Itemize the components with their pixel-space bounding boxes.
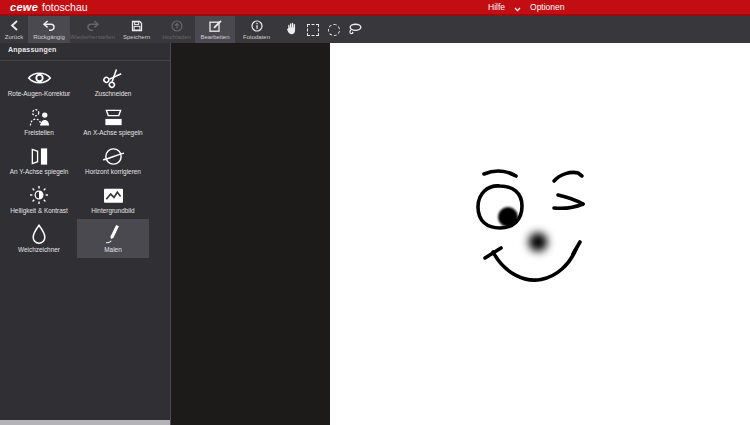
- tile-label: Zuschneiden: [95, 91, 132, 98]
- photodata-button[interactable]: Fotodaten: [235, 16, 278, 43]
- tile-label: Freistellen: [24, 130, 53, 137]
- eye-icon: [27, 67, 52, 89]
- left-eye-pupil: [498, 207, 518, 227]
- tile-label: An X-Achse spiegeln: [83, 130, 142, 137]
- tile-hintergrundbild[interactable]: Hintergrundbild: [77, 180, 149, 219]
- scissors-icon: [102, 67, 124, 89]
- tile-label: An Y-Achse spiegeln: [10, 169, 69, 176]
- wink-upper-stroke: [558, 195, 583, 204]
- title-menu: Hilfe Optionen: [488, 0, 565, 14]
- undo-arrow-icon: [42, 20, 56, 32]
- photodata-button-label: Fotodaten: [243, 34, 270, 40]
- dashed-rectangle-icon: [307, 24, 319, 36]
- paint-pen-icon: [103, 223, 123, 245]
- logo-fotoschau: fotoschau: [42, 1, 88, 13]
- tile-label: Weichzeichner: [18, 247, 60, 254]
- tile-horizont-korrigieren[interactable]: Horizont korrigieren: [77, 141, 149, 180]
- horizon-icon: [102, 145, 125, 167]
- winking-smiley-drawing: [460, 160, 600, 290]
- adjustments-panel: Anpassungen Rote-Augen-Korrektur Z: [0, 43, 170, 420]
- back-button-label: Zurück: [5, 34, 23, 40]
- save-button[interactable]: Speichern: [115, 16, 158, 43]
- floppy-disk-icon: [131, 20, 143, 32]
- tile-label: Malen: [104, 247, 121, 254]
- dashed-circle-icon: [328, 24, 340, 36]
- sidebar-horizontal-scrollbar[interactable]: [0, 420, 170, 425]
- main-toolbar: Zurück Rückgängig Wiederherstellen: [0, 16, 750, 44]
- tile-weichzeichner[interactable]: Weichzeichner: [3, 219, 75, 258]
- wink-lower-stroke: [554, 204, 583, 208]
- left-eyebrow: [484, 171, 516, 176]
- tile-zuschneiden[interactable]: Zuschneiden: [77, 63, 149, 102]
- redo-button[interactable]: Wiederherstellen: [70, 16, 115, 43]
- title-bar: cewe fotoschau Hilfe Optionen: [0, 0, 750, 16]
- rectangle-select-button[interactable]: [302, 16, 323, 43]
- flip-x-axis-icon: [102, 106, 125, 128]
- hand-icon: [286, 21, 297, 39]
- person-cutout-icon: [28, 106, 51, 128]
- save-button-label: Speichern: [123, 34, 150, 40]
- edit-button[interactable]: Bearbeiten: [195, 16, 235, 43]
- brightness-sun-icon: [28, 184, 50, 206]
- upload-button[interactable]: Hochladen: [158, 16, 195, 43]
- tile-label: Helligkeit & Kontrast: [10, 208, 68, 215]
- undo-button-label: Rückgängig: [33, 34, 65, 40]
- menu-options[interactable]: Optionen: [530, 2, 565, 12]
- tile-freistellen[interactable]: Freistellen: [3, 102, 75, 141]
- lasso-icon: [348, 21, 362, 39]
- redo-button-label: Wiederherstellen: [70, 34, 115, 40]
- tile-an-y-achse-spiegeln[interactable]: An Y-Achse spiegeln: [3, 141, 75, 180]
- hand-tool-button[interactable]: [281, 16, 302, 43]
- edit-button-label: Bearbeiten: [200, 34, 229, 40]
- redo-arrow-icon: [86, 20, 100, 32]
- logo-cewe: cewe: [10, 1, 38, 13]
- tile-label: Hintergrundbild: [91, 208, 134, 215]
- blurred-nose: [529, 233, 548, 252]
- app-logo: cewe fotoschau: [10, 1, 88, 13]
- right-eyebrow: [554, 172, 582, 181]
- upload-button-label: Hochladen: [162, 34, 191, 40]
- background-image-icon: [102, 184, 125, 206]
- undo-button[interactable]: Rückgängig: [28, 16, 70, 43]
- photo-canvas[interactable]: [330, 43, 750, 425]
- tile-rote-augen-korrektur[interactable]: Rote-Augen-Korrektur: [3, 63, 75, 102]
- smile-left-tick: [485, 248, 501, 258]
- water-drop-icon: [29, 223, 49, 245]
- edit-square-icon: [209, 20, 222, 32]
- panel-title: Anpassungen: [0, 43, 170, 61]
- chevron-left-icon: [10, 20, 19, 32]
- flip-y-axis-icon: [29, 145, 50, 167]
- menu-help[interactable]: Hilfe: [488, 2, 505, 12]
- tool-grid: Rote-Augen-Korrektur Zuschneiden: [3, 63, 170, 258]
- smile-mouth: [493, 249, 576, 280]
- back-button[interactable]: Zurück: [0, 16, 28, 43]
- tile-an-x-achse-spiegeln[interactable]: An X-Achse spiegeln: [77, 102, 149, 141]
- chevron-down-icon[interactable]: [514, 4, 521, 14]
- tile-malen[interactable]: Malen: [77, 219, 149, 258]
- upload-circle-icon: [171, 20, 183, 32]
- tile-label: Horizont korrigieren: [85, 169, 141, 176]
- tile-helligkeit-kontrast[interactable]: Helligkeit & Kontrast: [3, 180, 75, 219]
- lasso-select-button[interactable]: [344, 16, 365, 43]
- ellipse-select-button[interactable]: [323, 16, 344, 43]
- info-circle-icon: [251, 20, 263, 32]
- canvas-letterbox-area[interactable]: [170, 43, 330, 425]
- tile-label: Rote-Augen-Korrektur: [8, 91, 71, 98]
